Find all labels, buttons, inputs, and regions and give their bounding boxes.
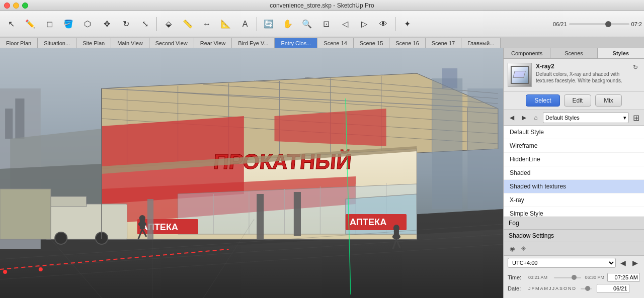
zoom-tool[interactable]: 🔍	[298, 15, 316, 33]
titlebar: convenience_store.skp - SketchUp Pro	[0, 0, 644, 11]
styles-collection-dropdown[interactable]: Default Styles ▾	[543, 112, 629, 123]
style-action-edit-button[interactable]: Edit	[564, 94, 592, 107]
month-d: D	[573, 286, 576, 291]
fog-section[interactable]: Fog	[504, 217, 644, 230]
orbit-tool[interactable]: 🔄	[260, 15, 278, 33]
style-list-item[interactable]: Shaded with textures	[504, 180, 644, 193]
date-input[interactable]	[597, 284, 629, 293]
style-info: X-ray2 Default colors, X-ray and shaded …	[536, 63, 627, 87]
zoom-extents-tool[interactable]: ⊡	[317, 15, 335, 33]
style-thumbnail	[508, 63, 532, 87]
scene-tab[interactable]: Situation...	[38, 38, 76, 48]
style-list-item[interactable]: X-ray	[504, 193, 644, 207]
prev-view-tool[interactable]: ◁	[336, 15, 354, 33]
eraser-tool[interactable]: ◻	[40, 15, 58, 33]
pencil-tool[interactable]: ✏️	[21, 15, 39, 33]
date-row: Date: J F M A M J J A S O N D	[508, 284, 640, 293]
component-tool[interactable]: ⬙	[159, 15, 178, 33]
nav-back-button[interactable]: ◀	[507, 113, 517, 123]
date-months: J F M A M J J A S O N D	[528, 286, 576, 291]
style-list-item[interactable]: HiddenLine	[504, 153, 644, 166]
paint-tool[interactable]: 🪣	[59, 15, 77, 33]
svg-text:АПТЕКА: АПТЕКА	[141, 222, 178, 232]
scene-tab[interactable]: Rear View	[194, 38, 232, 48]
tz-next-button[interactable]: ▶	[630, 258, 640, 268]
nav-home-button[interactable]: ⌂	[531, 113, 541, 123]
nav-forward-button[interactable]: ▶	[519, 113, 529, 123]
panel-tab[interactable]: Components	[504, 48, 550, 58]
time-input[interactable]	[607, 273, 640, 282]
scene-tab[interactable]: Bird Eye V...	[232, 38, 275, 48]
scale-tool[interactable]: ⤡	[136, 15, 154, 33]
scene-tab[interactable]: Second View	[149, 38, 194, 48]
style-list-item[interactable]: Shaded	[504, 166, 644, 180]
dimension-tool[interactable]: ↔	[198, 15, 216, 33]
month-m1: M	[535, 286, 539, 291]
dropdown-value: Default Styles	[545, 115, 580, 121]
shadow-toggle-icon[interactable]: ◉	[508, 244, 517, 253]
styles-panel: ComponentsScenesStyles X-ray2 Default co…	[503, 48, 644, 298]
svg-point-58	[139, 215, 145, 221]
select-tool[interactable]: ↖	[2, 15, 20, 33]
playback-bar: 06/21 07:2	[553, 21, 642, 27]
timezone-select[interactable]: UTC+4:00	[508, 258, 616, 268]
panel-tab[interactable]: Styles	[598, 48, 644, 58]
style-action-mix-button[interactable]: Mix	[595, 94, 622, 107]
window-controls	[4, 3, 28, 9]
scene-tab[interactable]: Scene 16	[389, 38, 425, 48]
svg-point-67	[39, 267, 43, 271]
sep3	[395, 17, 395, 31]
svg-point-63	[393, 225, 399, 232]
playback-controls: 06/21 07:2	[553, 21, 642, 27]
tz-prev-button[interactable]: ◀	[618, 258, 628, 268]
time-row: Time: 03:21 AM 06:30 PM	[508, 273, 640, 282]
styles-list[interactable]: Default StyleWireframeHiddenLineShadedSh…	[504, 126, 644, 217]
style-action-select-button[interactable]: Select	[526, 94, 559, 107]
move-tool[interactable]: ✥	[98, 15, 116, 33]
style-list-item[interactable]: Default Style	[504, 126, 644, 139]
viewport[interactable]: ПРОКАТНЫЙ АПТЕКА АПТЕКА	[0, 48, 503, 298]
scene-tab[interactable]: Scene 17	[426, 38, 461, 48]
scene-tab[interactable]: Главный...	[461, 38, 501, 48]
month-j2: J	[549, 286, 551, 291]
scene-tab[interactable]: Floor Plan	[0, 38, 38, 48]
section-plane-tool[interactable]: ✦	[398, 15, 416, 33]
scene-tab[interactable]: Scene 15	[354, 38, 389, 48]
scene-tabs: Floor PlanSituation...Site PlanMain View…	[0, 37, 644, 48]
dropdown-arrow: ▾	[623, 115, 626, 121]
shadow-display-icon[interactable]: ☀	[519, 244, 528, 253]
push-pull-tool[interactable]: ⬡	[78, 15, 97, 33]
pan-tool[interactable]: ✋	[279, 15, 297, 33]
minimize-button[interactable]	[13, 3, 19, 9]
sep1	[156, 17, 157, 31]
shadow-settings-section[interactable]: Shadow Settings	[504, 230, 644, 242]
scene-tab[interactable]: Scene 14	[317, 38, 353, 48]
refresh-icon[interactable]: ↻	[631, 63, 640, 72]
text-tool[interactable]: A	[236, 15, 254, 33]
timezone-row: UTC+4:00 ◀ ▶	[504, 256, 644, 270]
position-camera-tool[interactable]: 👁	[374, 15, 392, 33]
date-slider[interactable]	[581, 288, 591, 289]
playback-slider[interactable]	[569, 23, 629, 25]
style-list-item[interactable]: Simple Style	[504, 207, 644, 217]
main-content: ПРОКАТНЫЙ АПТЕКА АПТЕКА	[0, 48, 644, 298]
new-style-button[interactable]: ⊞	[631, 113, 641, 123]
rotate-tool[interactable]: ↻	[117, 15, 135, 33]
tape-tool[interactable]: 📏	[179, 15, 197, 33]
shadow-sliders: Time: 03:21 AM 06:30 PM Date: J F M A	[504, 270, 644, 298]
svg-rect-46	[46, 196, 87, 207]
next-view-tool[interactable]: ▷	[355, 15, 373, 33]
month-j3: J	[552, 286, 555, 291]
panel-tab[interactable]: Scenes	[550, 48, 597, 58]
style-list-item[interactable]: Wireframe	[504, 139, 644, 153]
toolbar: ↖ ✏️ ◻ 🪣 ⬡ ✥ ↻ ⤡ ⬙ 📏 ↔ 📐 A 🔄 ✋ 🔍 ⊡ ◁ ▷ 👁…	[0, 11, 644, 37]
maximize-button[interactable]	[22, 3, 28, 9]
time-slider[interactable]	[554, 277, 581, 278]
close-button[interactable]	[4, 3, 10, 9]
month-a2: A	[555, 286, 558, 291]
scene-tab[interactable]: Main View	[111, 38, 149, 48]
scene-tab[interactable]: Entry Clos...	[275, 38, 317, 48]
scene-tab[interactable]: Site Plan	[76, 38, 111, 48]
panel-bottom: Fog Shadow Settings ◉ ☀ UTC+4:00 ◀ ▶	[504, 217, 644, 298]
protractor-tool[interactable]: 📐	[217, 15, 235, 33]
